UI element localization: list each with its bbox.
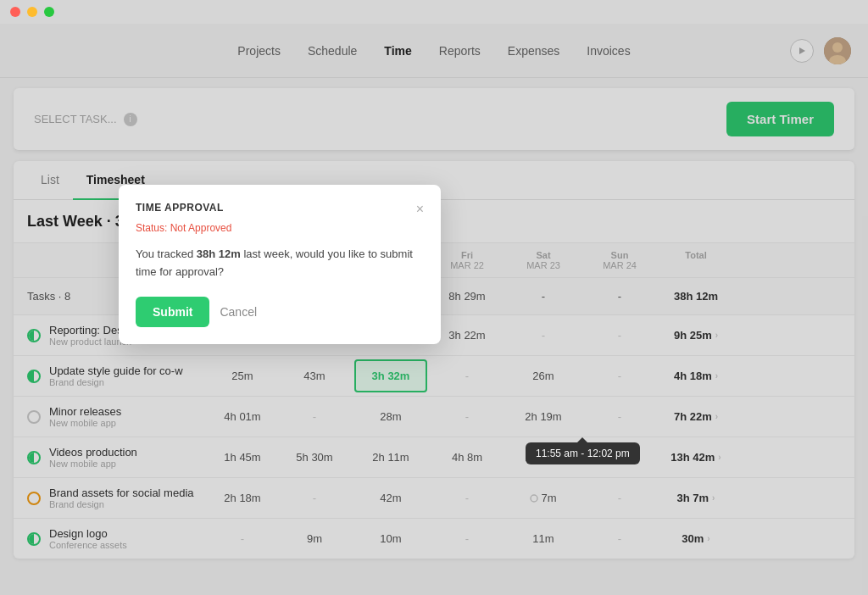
app-window: Projects Schedule Time Reports Expenses …: [0, 24, 868, 595]
minimize-btn[interactable]: [27, 7, 37, 17]
modal-title: TIME APPROVAL: [136, 202, 224, 214]
modal-close-button[interactable]: ×: [416, 202, 424, 217]
modal-status: Status: Not Approved: [136, 222, 424, 234]
maximize-btn[interactable]: [44, 7, 54, 17]
modal-actions: Submit Cancel: [136, 297, 424, 327]
time-approval-modal: TIME APPROVAL × Status: Not Approved You…: [119, 185, 441, 344]
modal-header: TIME APPROVAL ×: [136, 202, 424, 217]
modal-body: You tracked 38h 12m last week, would you…: [136, 246, 424, 281]
close-btn[interactable]: [10, 7, 20, 17]
cancel-button[interactable]: Cancel: [220, 305, 257, 319]
time-tooltip: 11:55 am - 12:02 pm: [526, 442, 640, 464]
submit-button[interactable]: Submit: [136, 297, 209, 327]
titlebar: [0, 0, 868, 24]
modal-overlay[interactable]: TIME APPROVAL × Status: Not Approved You…: [0, 24, 868, 595]
